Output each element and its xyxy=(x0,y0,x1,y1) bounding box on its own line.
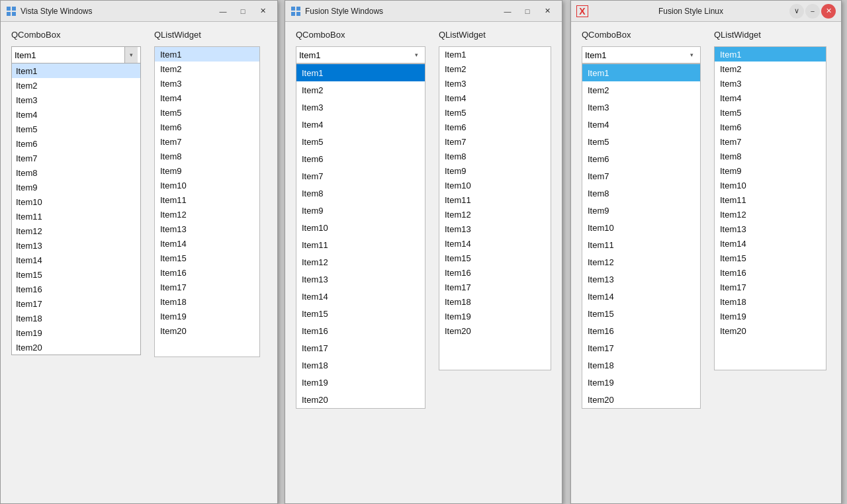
list-item[interactable]: Item7 xyxy=(439,134,551,149)
list-item[interactable]: Item6 xyxy=(715,120,826,134)
list-item[interactable]: Item5 xyxy=(715,105,826,120)
list-item[interactable]: Item15 xyxy=(715,251,826,265)
list-item[interactable]: Item13 xyxy=(715,222,826,236)
list-item[interactable]: Item9 xyxy=(155,163,259,178)
list-item[interactable]: Item3 xyxy=(439,76,551,91)
list-item[interactable]: Item20 xyxy=(439,323,551,338)
list-item[interactable]: Item20 xyxy=(582,391,700,408)
list-item[interactable]: Item8 xyxy=(715,149,826,163)
list-item[interactable]: Item18 xyxy=(155,294,259,309)
list-item[interactable]: Item10 xyxy=(155,178,259,192)
list-item[interactable]: Item20 xyxy=(296,391,425,408)
list-item[interactable]: Item17 xyxy=(296,339,425,357)
list-item[interactable]: Item1 xyxy=(296,64,425,81)
list-item[interactable]: Item7 xyxy=(296,167,425,185)
list-item[interactable]: Item3 xyxy=(715,76,826,91)
minimize-button[interactable]: — xyxy=(498,5,517,18)
list-item[interactable]: Item4 xyxy=(582,116,700,133)
close-button[interactable]: ✕ xyxy=(253,5,272,18)
dropdown-button[interactable]: ∨ xyxy=(789,4,804,19)
list-item[interactable]: Item11 xyxy=(582,236,700,253)
list-item[interactable]: Item9 xyxy=(296,202,425,219)
list-item[interactable]: Item11 xyxy=(155,192,259,207)
close-button[interactable]: ✕ xyxy=(821,4,836,19)
maximize-button[interactable]: □ xyxy=(234,5,252,18)
list-item[interactable]: Item8 xyxy=(439,149,551,163)
list-item[interactable]: Item14 xyxy=(155,236,259,251)
list-item[interactable]: Item10 xyxy=(439,178,551,192)
list-item[interactable]: Item3 xyxy=(155,76,259,91)
list-item[interactable]: Item15 xyxy=(12,267,140,282)
list-item[interactable]: Item16 xyxy=(715,265,826,280)
list-item[interactable]: Item10 xyxy=(715,178,826,192)
list-item[interactable]: Item8 xyxy=(12,165,140,180)
list-item[interactable]: Item15 xyxy=(582,305,700,322)
list-item[interactable]: Item4 xyxy=(12,107,140,122)
list-item[interactable]: Item5 xyxy=(296,133,425,150)
list-item[interactable]: Item18 xyxy=(715,294,826,309)
list-item[interactable]: Item16 xyxy=(296,322,425,339)
list-item[interactable]: Item17 xyxy=(155,280,259,294)
list-item[interactable]: Item19 xyxy=(12,325,140,340)
list-item[interactable]: Item2 xyxy=(582,81,700,99)
list-item[interactable]: Item1 xyxy=(155,47,259,62)
list-item[interactable]: Item14 xyxy=(296,288,425,305)
list-item[interactable]: Item7 xyxy=(582,167,700,185)
list-item[interactable]: Item19 xyxy=(439,309,551,323)
list-item[interactable]: Item13 xyxy=(296,271,425,288)
list-item[interactable]: Item13 xyxy=(439,222,551,236)
list-item[interactable]: Item19 xyxy=(582,374,700,391)
list-item[interactable]: Item6 xyxy=(12,136,140,151)
list-item[interactable]: Item12 xyxy=(296,253,425,271)
list-item[interactable]: Item2 xyxy=(439,62,551,76)
list-item[interactable]: Item18 xyxy=(12,311,140,325)
list-item[interactable]: Item4 xyxy=(155,91,259,105)
list-item[interactable]: Item12 xyxy=(12,224,140,238)
fusion-win-combo-box[interactable]: Item1 ▾ xyxy=(296,46,425,63)
list-item[interactable]: Item9 xyxy=(12,180,140,194)
list-item[interactable]: Item1 xyxy=(439,47,551,62)
list-item[interactable]: Item12 xyxy=(155,207,259,222)
list-item[interactable]: Item7 xyxy=(12,151,140,165)
list-item[interactable]: Item12 xyxy=(439,207,551,222)
list-item[interactable]: Item2 xyxy=(715,62,826,76)
list-item[interactable]: Item19 xyxy=(715,309,826,323)
list-item[interactable]: Item2 xyxy=(12,78,140,93)
list-item[interactable]: Item5 xyxy=(582,133,700,150)
list-item[interactable]: Item6 xyxy=(582,150,700,167)
list-item[interactable]: Item8 xyxy=(582,185,700,202)
list-item[interactable]: Item11 xyxy=(296,236,425,253)
list-item[interactable]: Item9 xyxy=(715,163,826,178)
list-item[interactable]: Item16 xyxy=(12,282,140,296)
list-item[interactable]: Item10 xyxy=(296,219,425,236)
list-item[interactable]: Item18 xyxy=(439,294,551,309)
list-item[interactable]: Item8 xyxy=(296,185,425,202)
close-button[interactable]: ✕ xyxy=(538,5,557,18)
list-item[interactable]: Item4 xyxy=(296,116,425,133)
list-item[interactable]: Item12 xyxy=(715,207,826,222)
list-item[interactable]: Item3 xyxy=(12,93,140,107)
list-item[interactable]: Item13 xyxy=(12,238,140,253)
list-item[interactable]: Item2 xyxy=(296,81,425,99)
list-item[interactable]: Item2 xyxy=(155,62,259,76)
fusion-linux-list-widget[interactable]: Item1 Item2 Item3 Item4 Item5 Item6 Item… xyxy=(714,46,826,370)
list-item[interactable]: Item15 xyxy=(439,251,551,265)
list-item[interactable]: Item20 xyxy=(715,323,826,338)
list-item[interactable]: Item5 xyxy=(155,105,259,120)
vista-combo-box[interactable]: Item1 ▾ xyxy=(11,46,141,63)
list-item[interactable]: Item20 xyxy=(12,340,140,355)
list-item[interactable]: Item11 xyxy=(12,209,140,224)
list-item[interactable]: Item9 xyxy=(439,163,551,178)
list-item[interactable]: Item14 xyxy=(582,288,700,305)
list-item[interactable]: Item8 xyxy=(155,149,259,163)
list-item[interactable]: Item1 xyxy=(715,47,826,62)
list-item[interactable]: Item11 xyxy=(439,192,551,207)
list-item[interactable]: Item13 xyxy=(582,271,700,288)
minimize-button[interactable]: − xyxy=(805,4,820,19)
list-item[interactable]: Item17 xyxy=(439,280,551,294)
list-item[interactable]: Item5 xyxy=(439,105,551,120)
list-item[interactable]: Item7 xyxy=(155,134,259,149)
list-item[interactable]: Item9 xyxy=(582,202,700,219)
list-item[interactable]: Item6 xyxy=(155,120,259,134)
list-item[interactable]: Item14 xyxy=(439,236,551,251)
